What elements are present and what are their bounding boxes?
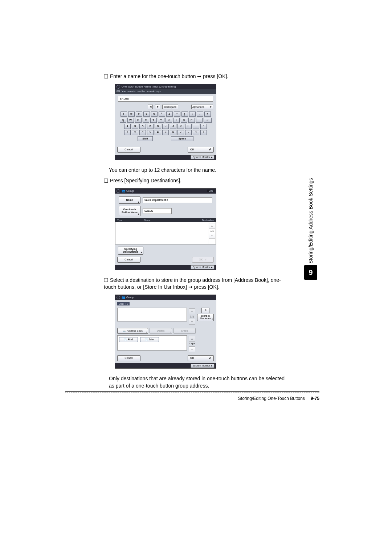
cursor-right-button[interactable]: ▶ bbox=[155, 105, 160, 109]
key-H[interactable]: H bbox=[162, 124, 169, 129]
key-=[interactable]: = bbox=[204, 112, 211, 117]
step1-note: You can enter up to 12 characters for th… bbox=[109, 167, 285, 174]
cancel-button[interactable]: Cancel bbox=[117, 355, 140, 361]
key-Q[interactable]: Q bbox=[120, 118, 126, 123]
key-L[interactable]: L bbox=[185, 124, 192, 129]
name-value: Sales Department 2 bbox=[143, 197, 212, 203]
back-icon[interactable] bbox=[117, 296, 120, 299]
item2-label: John bbox=[149, 338, 155, 341]
store-label: Store In Usr Inbox bbox=[200, 315, 211, 320]
key-G[interactable]: G bbox=[155, 124, 161, 129]
file-icon: 📄 bbox=[124, 338, 127, 341]
status-label: System Monitor bbox=[192, 364, 210, 367]
key-W[interactable]: W bbox=[127, 118, 134, 123]
col-dest: Destination bbox=[202, 219, 214, 222]
key-X[interactable]: X bbox=[132, 130, 138, 135]
key-@[interactable]: @ bbox=[128, 112, 135, 117]
onetouch-name-button[interactable]: One-touch Button Name ▸ bbox=[119, 206, 140, 216]
footer-rule bbox=[65, 391, 319, 393]
specifying-destinations-button[interactable]: Specifying Destinations ▸ bbox=[118, 247, 143, 255]
key->[interactable]: > bbox=[185, 130, 192, 135]
ot-l2: Button Name bbox=[122, 211, 138, 214]
step3-note: Only destinations that are already store… bbox=[109, 375, 285, 389]
key-Y[interactable]: Y bbox=[158, 118, 164, 123]
scroll-up-button[interactable]: ▲ bbox=[209, 223, 215, 229]
system-monitor-button[interactable]: System Monitor▸ bbox=[191, 155, 215, 159]
space-key[interactable]: Space bbox=[171, 136, 193, 141]
scroll-down-button[interactable]: ▼ bbox=[189, 319, 195, 325]
system-monitor-button[interactable]: System Monitor▸ bbox=[191, 265, 215, 270]
key-%[interactable]: % bbox=[151, 112, 158, 117]
shift-key[interactable]: Shift bbox=[138, 136, 153, 141]
key-I[interactable]: I bbox=[173, 118, 180, 123]
key-V[interactable]: V bbox=[147, 130, 154, 135]
key-?[interactable]: ? bbox=[193, 130, 199, 135]
key-<[interactable]: < bbox=[177, 130, 184, 135]
key-C[interactable]: C bbox=[139, 130, 146, 135]
key-J[interactable]: J bbox=[170, 124, 176, 129]
key-$[interactable]: $ bbox=[143, 112, 150, 117]
keyboard: !@#$%^&*()-= QWERTYUIOP~↵ ASDFGHJKL;' ZX… bbox=[118, 112, 213, 141]
key-Z[interactable]: Z bbox=[124, 130, 131, 135]
key-([interactable]: ( bbox=[181, 112, 188, 117]
chevron-right-icon: ▸ bbox=[138, 200, 139, 203]
key-P[interactable]: P bbox=[188, 118, 195, 123]
key--[interactable]: - bbox=[197, 112, 203, 117]
scroll-down-button[interactable]: ▼ bbox=[209, 233, 215, 239]
key-M[interactable]: M bbox=[170, 130, 176, 135]
key-R[interactable]: R bbox=[143, 118, 149, 123]
scroll-up-button[interactable]: ▲ bbox=[189, 308, 195, 314]
cancel-button[interactable]: Cancel bbox=[117, 147, 140, 153]
page-indicator-top: 1/1 bbox=[190, 315, 194, 318]
backspace-button[interactable]: Backspace bbox=[162, 105, 178, 109]
address-book-button[interactable]: 📖 Address Book ▸ bbox=[117, 328, 148, 334]
onetouch-item-john[interactable]: 📄John bbox=[140, 337, 159, 342]
system-monitor-button[interactable]: System Monitor▸ bbox=[191, 364, 215, 368]
chevron-right-icon: ▸ bbox=[211, 156, 213, 159]
footer-section: Storing/Editing One-Touch Buttons bbox=[238, 396, 305, 401]
key-![interactable]: ! bbox=[121, 112, 127, 117]
name-button[interactable]: Name ▸ bbox=[119, 197, 140, 204]
abc-filter-button[interactable]: 🖹 bbox=[201, 308, 209, 313]
name-btn-label: Name bbox=[126, 199, 133, 201]
key-U[interactable]: U bbox=[166, 118, 172, 123]
key-↵[interactable]: ↵ bbox=[204, 118, 212, 123]
dest-count-chip: Dest. : 0 bbox=[117, 302, 130, 305]
scroll-up-button[interactable]: ▲ bbox=[189, 336, 195, 342]
key-#[interactable]: # bbox=[136, 112, 142, 117]
key-&[interactable]: & bbox=[166, 112, 173, 117]
key-A[interactable]: A bbox=[124, 124, 131, 129]
cancel-button[interactable]: Cancel bbox=[117, 257, 140, 263]
key-S[interactable]: S bbox=[132, 124, 138, 129]
key-~[interactable]: ~ bbox=[196, 118, 203, 123]
key-^[interactable]: ^ bbox=[159, 112, 165, 117]
key-;[interactable]: ; bbox=[193, 124, 199, 129]
store-in-usr-inbox-button[interactable]: Store In Usr Inbox ▸ bbox=[197, 314, 214, 321]
back-icon[interactable] bbox=[117, 85, 120, 89]
ok-label: OK bbox=[199, 258, 203, 261]
back-icon[interactable] bbox=[117, 189, 120, 193]
cursor-left-button[interactable]: ◀ bbox=[148, 105, 153, 109]
ss2-title: Group bbox=[126, 189, 134, 193]
key-'[interactable]: ' bbox=[200, 124, 207, 129]
key-)[interactable]: ) bbox=[189, 112, 196, 117]
chevron-right-icon: ▸ bbox=[211, 364, 213, 367]
ss3-title: Group bbox=[126, 296, 134, 299]
name-input[interactable]: SALES bbox=[118, 96, 213, 102]
key-T[interactable]: T bbox=[150, 118, 157, 123]
key-B[interactable]: B bbox=[155, 130, 161, 135]
key-E[interactable]: E bbox=[135, 118, 142, 123]
key-F[interactable]: F bbox=[147, 124, 154, 129]
key-K[interactable]: K bbox=[177, 124, 184, 129]
ok-button-disabled: OK ↲ bbox=[192, 257, 214, 263]
scroll-down-button[interactable]: ▼ bbox=[189, 347, 195, 352]
key-D[interactable]: D bbox=[139, 124, 146, 129]
ok-button[interactable]: OK ↲ bbox=[188, 355, 214, 361]
key-N[interactable]: N bbox=[162, 130, 169, 135]
onetouch-item-file1[interactable]: 📄File1 bbox=[119, 337, 138, 342]
key-\[interactable]: \ bbox=[200, 130, 207, 135]
key-O[interactable]: O bbox=[181, 118, 187, 123]
mode-dropdown[interactable]: Alphanum. ▼ bbox=[191, 105, 213, 109]
key-*[interactable]: * bbox=[174, 112, 180, 117]
ok-button[interactable]: OK ↲ bbox=[188, 147, 214, 153]
